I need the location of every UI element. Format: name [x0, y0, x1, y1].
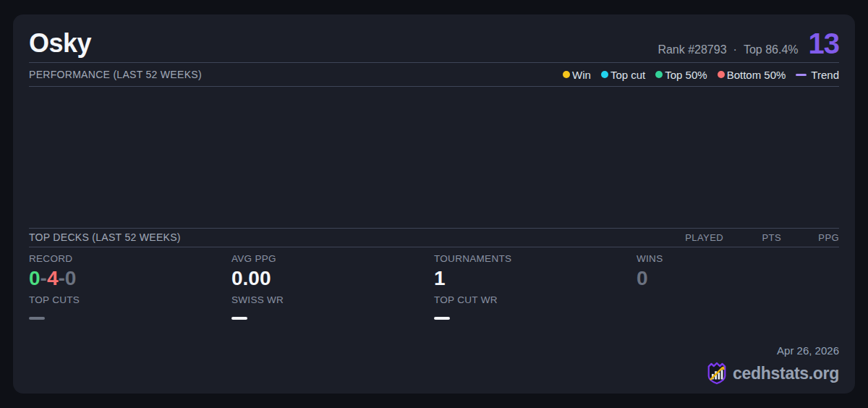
chart-legend: Win Top cut Top 50% Bottom 50% Trend — [563, 69, 839, 81]
record-wins: 0 — [29, 267, 41, 289]
top-50-dot-icon — [655, 71, 663, 78]
top-percent-text: Top 86.4% — [744, 43, 799, 56]
wins-label: WINS — [637, 253, 839, 264]
score-value: 13 — [809, 31, 840, 56]
top-cut-wr-empty-dash — [434, 317, 450, 320]
rank-line: Rank #28793 · Top 86.4% — [658, 43, 798, 56]
top-cuts-label: TOP CUTS — [29, 294, 231, 305]
top-cut-dot-icon — [601, 71, 608, 78]
trend-line-icon — [796, 74, 807, 76]
top-cuts-empty-dash — [29, 317, 45, 320]
performance-header: PERFORMANCE (LAST 52 WEEKS) Win Top cut … — [29, 63, 839, 86]
avg-ppg-label: AVG PPG — [231, 253, 434, 264]
top-decks-header: TOP DECKS (LAST 52 WEEKS) PLAYED PTS PPG — [29, 229, 839, 247]
legend-label: Bottom 50% — [727, 69, 786, 81]
stat-avg-ppg: AVG PPG 0.00 SWISS WR — [231, 253, 434, 394]
legend-item-trend: Trend — [796, 69, 839, 81]
legend-label: Trend — [811, 69, 839, 81]
top-decks-columns: PLAYED PTS PPG — [680, 232, 839, 243]
legend-label: Top cut — [610, 69, 645, 81]
record-losses: 4 — [47, 267, 59, 289]
column-header-played: PLAYED — [680, 232, 723, 243]
performance-title: PERFORMANCE (LAST 52 WEEKS) — [29, 69, 202, 80]
site-name: cedhstats.org — [733, 364, 839, 383]
legend-label: Win — [572, 69, 591, 81]
record-label: RECORD — [29, 253, 231, 264]
player-stats-card: Osky Rank #28793 · Top 86.4% 13 PERFORMA… — [13, 14, 855, 394]
top-decks-title: TOP DECKS (LAST 52 WEEKS) — [29, 231, 181, 243]
swiss-wr-empty-dash — [231, 317, 247, 320]
page-title: Osky — [29, 30, 91, 56]
rank-separator: · — [733, 43, 737, 56]
cedhstats-logo-icon — [706, 362, 728, 385]
record-draws: 0 — [65, 267, 77, 289]
card-header: Osky Rank #28793 · Top 86.4% 13 — [29, 30, 839, 62]
legend-item-win: Win — [563, 69, 591, 81]
date-text: Apr 26, 2026 — [706, 344, 839, 357]
wins-value: 0 — [637, 268, 839, 289]
legend-item-top-50: Top 50% — [655, 69, 707, 81]
performance-chart-area — [29, 87, 839, 228]
win-dot-icon — [563, 71, 570, 78]
legend-label: Top 50% — [665, 69, 707, 81]
tournaments-label: TOURNAMENTS — [434, 253, 637, 264]
avg-ppg-value: 0.00 — [231, 268, 434, 289]
column-header-pts: PTS — [723, 232, 781, 243]
stat-tournaments: TOURNAMENTS 1 TOP CUT WR — [434, 253, 637, 394]
tournaments-value: 1 — [434, 268, 637, 289]
stat-record: RECORD 0-4-0 TOP CUTS — [29, 253, 231, 394]
card-footer: Apr 26, 2026 cedhstats.org — [706, 344, 839, 385]
swiss-wr-label: SWISS WR — [231, 294, 434, 305]
top-cut-wr-label: TOP CUT WR — [434, 294, 637, 305]
legend-item-bottom-50: Bottom 50% — [718, 69, 786, 81]
column-header-ppg: PPG — [781, 232, 839, 243]
brand-row: cedhstats.org — [706, 362, 839, 385]
bottom-50-dot-icon — [718, 71, 725, 78]
rank-text: Rank #28793 — [658, 43, 726, 56]
header-rank-group: Rank #28793 · Top 86.4% 13 — [658, 31, 839, 56]
legend-item-top-cut: Top cut — [601, 69, 645, 81]
record-value: 0-4-0 — [29, 268, 231, 289]
